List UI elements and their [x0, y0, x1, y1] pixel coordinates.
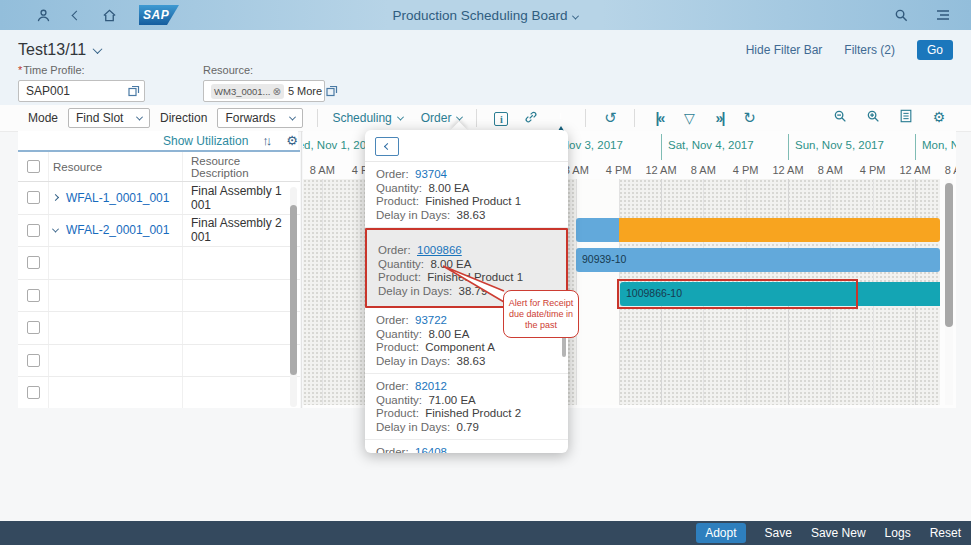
row-checkbox[interactable]: [27, 386, 40, 399]
row-checkbox[interactable]: [27, 321, 40, 334]
time-profile-input[interactable]: SAP001: [18, 80, 145, 102]
settings-gear-icon[interactable]: ⚙: [929, 109, 949, 127]
gantt-hour-label: 4 PM: [733, 164, 759, 176]
order-link[interactable]: 1009866: [417, 244, 462, 256]
legend-info-icon[interactable]: i: [491, 110, 511, 127]
save-new-button[interactable]: Save New: [811, 526, 866, 540]
logs-button[interactable]: Logs: [885, 526, 911, 540]
show-utilization-link[interactable]: Show Utilization: [163, 134, 248, 148]
order-alert-entry[interactable]: Order: 93704 Quantity: 8.00 EA Product: …: [365, 162, 568, 228]
resource-field: Resource: WM3_0001...⊗ 5 More: [203, 64, 325, 102]
scroll-down-icon[interactable]: ▽: [679, 110, 699, 126]
table-header-row: Resource Resource Description: [18, 152, 300, 182]
gantt-hour-label: 8 AM: [691, 164, 716, 176]
sort-icon[interactable]: ↑↓: [262, 133, 272, 148]
adopt-button[interactable]: Adopt: [696, 523, 745, 543]
table-row: WFAL-2_0001_001 Final Assembly 2 001: [18, 215, 300, 248]
scheduling-toolbar: Mode Find Slot Direction Forwards Schedu…: [0, 105, 971, 132]
value-help-icon[interactable]: [326, 85, 338, 97]
variant-selector[interactable]: Test13/11: [18, 41, 101, 59]
gantt-hour-label: 8 AM: [945, 164, 956, 176]
expand-icon[interactable]: [52, 225, 59, 232]
order-link[interactable]: 16408: [415, 446, 447, 453]
gantt-hour-label: 12 AM: [772, 164, 803, 176]
app-title[interactable]: Production Scheduling Board: [0, 8, 971, 23]
gantt-date-label: Sun, Nov 5, 2017: [795, 139, 884, 151]
panel-splitter[interactable]: [301, 131, 302, 408]
gantt-bar[interactable]: [619, 218, 940, 242]
search-icon[interactable]: [894, 8, 909, 23]
table-row: WFAL-1_0001_001 Final Assembly 1 001: [18, 182, 300, 215]
select-all-checkbox[interactable]: [27, 160, 40, 173]
footer-bar: Adopt Save Save New Logs Reset: [0, 521, 971, 545]
overflow-menu-icon[interactable]: [935, 8, 951, 22]
resource-description: [182, 247, 300, 279]
hide-filter-bar-link[interactable]: Hide Filter Bar: [746, 43, 823, 57]
table-subheader: Show Utilization ↑↓ ⚙: [18, 131, 298, 150]
link-icon[interactable]: [521, 110, 541, 127]
gantt-bar[interactable]: [576, 218, 619, 242]
jump-to-start-icon[interactable]: |«: [649, 110, 669, 126]
order-link[interactable]: 82012: [415, 380, 447, 392]
gantt-bar-90939-10[interactable]: 90939-10: [576, 248, 940, 272]
order-link[interactable]: 93722: [415, 314, 447, 326]
table-settings-gear-icon[interactable]: ⚙: [286, 133, 298, 148]
resource-table: Resource Resource Description WFAL-1_000…: [18, 150, 300, 408]
save-button[interactable]: Save: [765, 526, 792, 540]
table-row: [18, 377, 300, 408]
scheduling-menu-button[interactable]: Scheduling: [332, 111, 402, 125]
resource-token[interactable]: WM3_0001...⊗: [211, 84, 284, 99]
gantt-date-label: Sat, Nov 4, 2017: [668, 139, 754, 151]
filters-link[interactable]: Filters (2): [844, 43, 895, 57]
gantt-vertical-scrollbar[interactable]: [945, 179, 953, 405]
order-link[interactable]: 93704: [415, 168, 447, 180]
resource-link[interactable]: WFAL-2_0001_001: [66, 223, 169, 237]
table-scrollbar[interactable]: [290, 187, 297, 407]
resource-description: [182, 345, 300, 377]
row-checkbox[interactable]: [27, 191, 40, 204]
resource-description: [182, 377, 300, 408]
expand-icon[interactable]: [52, 194, 59, 201]
reset-button[interactable]: Reset: [930, 526, 961, 540]
go-button[interactable]: Go: [917, 40, 953, 60]
resource-description: [182, 312, 300, 344]
table-row: [18, 247, 300, 280]
gantt-hour-label: 8 AM: [818, 164, 843, 176]
jump-to-end-icon[interactable]: »|: [709, 110, 729, 126]
table-row: [18, 345, 300, 378]
token-remove-icon[interactable]: ⊗: [273, 86, 281, 97]
zoom-in-icon[interactable]: [863, 109, 883, 127]
gantt-hour-label: 8 AM: [310, 164, 335, 176]
row-checkbox[interactable]: [27, 224, 40, 237]
legend-list-icon[interactable]: [896, 109, 916, 127]
undo-icon[interactable]: ↺: [600, 109, 620, 127]
description-column-header[interactable]: Resource Description: [182, 152, 300, 181]
resource-description: Final Assembly 2 001: [182, 215, 300, 247]
refresh-icon[interactable]: ↻: [739, 109, 759, 127]
order-alert-entry[interactable]: Order: 16408 Quantity: 86.00 EA: [365, 440, 568, 453]
resource-description: Final Assembly 1 001: [182, 182, 300, 214]
resource-column-header[interactable]: Resource: [48, 152, 182, 181]
order-alert-entry[interactable]: Order: 82012 Quantity: 71.00 EA Product:…: [365, 374, 568, 440]
table-row: [18, 280, 300, 313]
resource-input[interactable]: WM3_0001...⊗ 5 More: [203, 80, 325, 102]
working-time-band: [576, 179, 619, 405]
popup-back-button[interactable]: [375, 137, 399, 156]
time-profile-field: *Time Profile: SAP001: [18, 64, 145, 102]
time-profile-label: *Time Profile:: [18, 64, 145, 76]
alert-icon[interactable]: [551, 110, 571, 126]
mode-select[interactable]: Find Slot: [68, 108, 150, 128]
resource-more-link[interactable]: 5 More: [288, 85, 322, 97]
filter-bar: Test13/11 Hide Filter Bar Filters (2) Go…: [0, 30, 971, 105]
mode-label: Mode: [28, 111, 58, 125]
direction-select[interactable]: Forwards: [217, 108, 303, 128]
row-checkbox[interactable]: [27, 289, 40, 302]
resource-link[interactable]: WFAL-1_0001_001: [66, 191, 169, 205]
zoom-out-icon[interactable]: [830, 109, 850, 127]
alert-annotation: Alert for Receipt due date/time in the p…: [503, 290, 579, 338]
gantt-hour-label: 12 AM: [899, 164, 930, 176]
value-help-icon[interactable]: [128, 85, 140, 97]
row-checkbox[interactable]: [27, 354, 40, 367]
row-checkbox[interactable]: [27, 256, 40, 269]
resource-label: Resource:: [203, 64, 325, 76]
